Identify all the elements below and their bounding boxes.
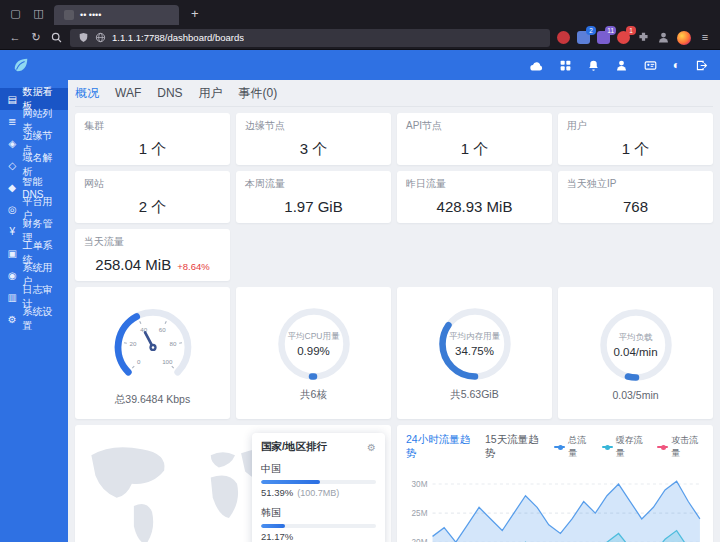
dashboard-icon: ▤ xyxy=(7,94,18,105)
stat-card-api-nodes: API节点1 个 xyxy=(397,113,552,165)
back-button[interactable]: ← xyxy=(8,32,22,43)
window-menu-icon[interactable]: ▢ xyxy=(8,7,23,20)
speed-gauge-caption: 总39.6484 Kbps xyxy=(115,393,190,407)
browser-tab[interactable]: •• •••• xyxy=(54,5,179,25)
menu-icon[interactable]: ≡ xyxy=(698,32,712,43)
svg-text:20: 20 xyxy=(129,340,136,347)
load-donut-card: 平均负载0.04/min 0.03/5min xyxy=(558,287,713,419)
tab-events[interactable]: 事件(0) xyxy=(239,85,278,102)
svg-text:40: 40 xyxy=(140,325,147,332)
legend-attack-traffic[interactable]: 攻击流量 xyxy=(657,434,704,460)
browser-navbar: ← ↻ 1.1.1.1:7788/dashboard/boards 2 11 1… xyxy=(0,26,720,50)
chart-tab-15d[interactable]: 15天流量趋势 xyxy=(485,433,544,461)
domain-icon: ◇ xyxy=(7,160,18,171)
legend-total-traffic[interactable]: 总流量 xyxy=(554,434,592,460)
legend-marker-icon xyxy=(602,446,613,448)
rank-item-china: 中国 51.39%(100.7MB) xyxy=(261,462,376,498)
today-traffic-delta: +8.64% xyxy=(177,261,210,272)
website-list-icon: ≣ xyxy=(7,116,18,127)
rank-item-korea: 韩国 21.17% xyxy=(261,506,376,542)
finance-icon: ¥ xyxy=(7,226,18,237)
chart-legend: 总流量 缓存流量 攻击流量 xyxy=(554,434,704,460)
shield-icon[interactable] xyxy=(78,32,89,43)
chart-tab-24h[interactable]: 24小时流量趋势 xyxy=(406,433,475,461)
address-bar[interactable]: 1.1.1.1:7788/dashboard/boards xyxy=(70,29,550,47)
cloud-icon[interactable] xyxy=(529,59,544,72)
apps-grid-icon[interactable] xyxy=(559,59,572,72)
stat-card-edge-nodes: 边缘节点3 个 xyxy=(236,113,391,165)
extension-red-icon[interactable]: 1 xyxy=(617,31,630,44)
system-users-icon: ◉ xyxy=(7,270,18,281)
tab-favicon-icon xyxy=(64,10,74,20)
sidebar-item-settings[interactable]: ⚙系统设置 xyxy=(0,308,68,330)
new-tab-button[interactable]: + xyxy=(187,6,203,21)
cpu-donut-card: 平均CPU用量0.99% 共6核 xyxy=(236,287,391,419)
profile-icon[interactable] xyxy=(657,31,670,44)
speed-gauge-card: 020406080100 总39.6484 Kbps xyxy=(75,287,230,419)
platform-users-icon: ◎ xyxy=(7,204,18,215)
chart-header: 24小时流量趋势 15天流量趋势 总流量 缓存流量 攻击流量 xyxy=(406,433,704,461)
site-info-icon[interactable] xyxy=(95,32,106,43)
app-body: ▤数据看板 ≣网站列表 ◈边缘节点 ◇域名解析 ◆智能DNS ◎平台用户 ¥财务… xyxy=(0,80,720,542)
settings-icon: ⚙ xyxy=(7,314,18,325)
tab-overview[interactable]: 概况 xyxy=(75,85,99,102)
idcard-icon[interactable] xyxy=(643,59,658,72)
rank-title: 国家/地区排行 xyxy=(261,440,327,454)
adblock-icon[interactable] xyxy=(557,31,570,44)
refresh-button[interactable]: ↻ xyxy=(29,32,43,43)
audit-log-icon: ▥ xyxy=(7,292,18,303)
stat-card-cluster: 集群1 个 xyxy=(75,113,230,165)
stat-card-users: 用户1 个 xyxy=(558,113,713,165)
gauge-row: 020406080100 总39.6484 Kbps 平均CPU用量0.99% … xyxy=(75,287,713,419)
page-tabs: 概况 WAF DNS 用户 事件(0) xyxy=(75,80,713,107)
legend-marker-icon xyxy=(657,446,668,448)
svg-text:60: 60 xyxy=(158,325,165,332)
legend-cache-traffic[interactable]: 缓存流量 xyxy=(602,434,649,460)
stat-card-week-traffic: 本周流量1.97 GiB xyxy=(236,171,391,223)
traffic-area-chart: 30M25M20M xyxy=(406,466,704,542)
workspace-icon[interactable]: ◫ xyxy=(31,7,46,20)
tab-users[interactable]: 用户 xyxy=(199,85,223,102)
main-content: 概况 WAF DNS 用户 事件(0) 集群1 个 边缘节点3 个 API节点1… xyxy=(68,80,720,542)
svg-text:25M: 25M xyxy=(412,508,428,518)
screen: ▢ ◫ •• •••• + ← ↻ 1.1.1.1:7788/dashboard… xyxy=(0,0,720,542)
svg-text:30M: 30M xyxy=(412,479,428,489)
search-icon[interactable] xyxy=(50,31,63,44)
sidebar-item-dns-resolve[interactable]: ◇域名解析 xyxy=(0,154,68,176)
url-text: 1.1.1.1:7788/dashboard/boards xyxy=(112,32,244,43)
stat-card-yesterday-traffic: 昨日流量428.93 MiB xyxy=(397,171,552,223)
rank-bar xyxy=(261,480,376,484)
svg-text:20M: 20M xyxy=(412,537,428,542)
browser-logo-icon[interactable] xyxy=(677,31,691,45)
rank-bar xyxy=(261,524,376,528)
leaf-logo-icon xyxy=(12,56,30,74)
svg-text:80: 80 xyxy=(169,340,176,347)
traffic-chart-card: 24小时流量趋势 15天流量趋势 总流量 缓存流量 攻击流量 30M25M20M xyxy=(397,425,713,542)
legend-marker-icon xyxy=(554,446,565,448)
bottom-row: 国家/地区排行 ⚙ 中国 51.39%(100.7MB) 韩国 xyxy=(75,425,713,542)
stats-row-1: 集群1 个 边缘节点3 个 API节点1 个 用户1 个 xyxy=(75,113,713,165)
svg-text:0: 0 xyxy=(136,358,140,365)
extension-purple-icon[interactable]: 11 xyxy=(597,31,610,44)
tab-waf[interactable]: WAF xyxy=(115,86,141,100)
stats-row-3: 当天流量 258.04 MiB +8.64% xyxy=(75,229,713,281)
user-icon[interactable] xyxy=(615,59,628,72)
stats-row-2: 网站2 个 本周流量1.97 GiB 昨日流量428.93 MiB 当天独立IP… xyxy=(75,171,713,223)
geo-map-card: 国家/地区排行 ⚙ 中国 51.39%(100.7MB) 韩国 xyxy=(75,425,391,542)
bell-icon[interactable] xyxy=(587,59,600,72)
app-logo xyxy=(12,56,68,74)
header-icons: ◐ xyxy=(529,59,708,72)
puzzle-icon[interactable] xyxy=(637,31,650,44)
app: ◐ ▤数据看板 ≣网站列表 ◈边缘节点 ◇域名解析 ◆智能DNS ◎平台用户 ¥… xyxy=(0,50,720,542)
extension-blue-icon[interactable]: 2 xyxy=(577,31,590,44)
svg-text:100: 100 xyxy=(162,358,173,365)
theme-toggle-icon[interactable]: ◐ xyxy=(673,59,680,71)
country-rank-panel: 国家/地区排行 ⚙ 中国 51.39%(100.7MB) 韩国 xyxy=(252,433,385,542)
stat-card-unique-ip: 当天独立IP768 xyxy=(558,171,713,223)
tab-dns[interactable]: DNS xyxy=(157,86,182,100)
stat-card-websites: 网站2 个 xyxy=(75,171,230,223)
rank-settings-icon[interactable]: ⚙ xyxy=(367,442,376,453)
logout-icon[interactable] xyxy=(695,59,708,72)
sidebar: ▤数据看板 ≣网站列表 ◈边缘节点 ◇域名解析 ◆智能DNS ◎平台用户 ¥财务… xyxy=(0,80,68,542)
browser-titlebar: ▢ ◫ •• •••• + xyxy=(0,0,720,26)
